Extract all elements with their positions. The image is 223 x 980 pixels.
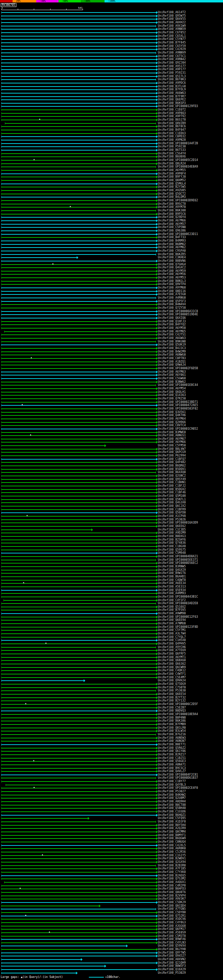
alignment-bar[interactable]: [2, 452, 156, 453]
alignment-row[interactable]: UniRef100_Q5E934: [0, 589, 223, 592]
alignment-row[interactable]: UniRef100_Q5MGL4: [0, 182, 223, 185]
alignment-row[interactable]: UniRef100_B0W5F3: [0, 964, 223, 967]
hit-label[interactable]: UniRef100_B4LDM3: [158, 196, 186, 199]
alignment-row[interactable]: UniRef100_A6YM62: [0, 246, 223, 249]
hit-label[interactable]: UniRef100_Q84V55: [158, 18, 186, 21]
alignment-bar[interactable]: [2, 640, 156, 641]
alignment-row[interactable]: UniRef100_UPI0000123F8D: [0, 625, 223, 628]
alignment-row[interactable]: UniRef100_UPI00005EE371: [0, 558, 223, 562]
alignment-row[interactable]: UniRef100_Q0CMM4: [0, 830, 223, 833]
hit-label[interactable]: UniRef100_B6U0X6: [158, 155, 186, 158]
alignment-bar[interactable]: [2, 106, 156, 107]
alignment-bar[interactable]: [2, 435, 156, 436]
alignment-bar[interactable]: [2, 721, 156, 721]
alignment-row[interactable]: UniRef100_C4YLN3: [0, 941, 223, 944]
hit-label[interactable]: UniRef100_C5M3T8: [158, 935, 186, 938]
alignment-row[interactable]: UniRef100_B4F733: [0, 236, 223, 239]
hit-label[interactable]: UniRef100_Q9VHJ4: [158, 679, 186, 682]
hit-label[interactable]: UniRef100_C7YXK8: [158, 871, 186, 873]
alignment-bar[interactable]: [2, 738, 156, 738]
hit-label[interactable]: UniRef100_B9FYJ0: [158, 175, 186, 178]
hit-label[interactable]: UniRef100_C1BGX8: [158, 545, 186, 548]
alignment-row[interactable]: UniRef100_A9P7V2: [0, 115, 223, 118]
alignment-row[interactable]: UniRef100_B6BM62: [0, 243, 223, 246]
alignment-bar[interactable]: [2, 872, 156, 873]
hit-label[interactable]: UniRef100_Q4PHV5: [158, 643, 186, 645]
alignment-row[interactable]: UniRef100_B2Y5W5: [0, 185, 223, 188]
hit-label[interactable]: UniRef100_B4F047: [158, 129, 186, 131]
alignment-row[interactable]: UniRef100_B7FMB9: [0, 723, 223, 726]
hit-label[interactable]: UniRef100_C1GSD6: [158, 810, 186, 813]
hit-label[interactable]: UniRef100_UPI0000472AE5: [158, 404, 198, 407]
alignment-bar[interactable]: [2, 418, 156, 419]
alignment-bar[interactable]: [2, 29, 156, 30]
alignment-row[interactable]: UniRef100_A9PN28: [0, 138, 223, 142]
alignment-bar[interactable]: [2, 210, 156, 211]
alignment-row[interactable]: UniRef100_A5E313: [0, 585, 223, 588]
alignment-bar[interactable]: [2, 855, 156, 856]
alignment-bar[interactable]: [2, 140, 156, 140]
hit-label[interactable]: UniRef100_A6NWG0: [158, 353, 186, 356]
alignment-row[interactable]: UniRef100_C7YXK8: [0, 870, 223, 873]
alignment-row[interactable]: UniRef100_C1BHN1: [0, 481, 223, 484]
alignment-row[interactable]: UniRef100_Q6CWR9: [0, 666, 223, 669]
alignment-row[interactable]: UniRef100_B8LVW7: [0, 447, 223, 450]
alignment-row[interactable]: UniRef100_C5FM50: [0, 444, 223, 447]
alignment-row[interactable]: ▲UniRef100_Q4PHV5: [0, 642, 223, 645]
alignment-bar[interactable]: [2, 190, 156, 191]
alignment-bar[interactable]: [2, 519, 156, 520]
hit-label[interactable]: UniRef100_UPI000034E8A9: [158, 165, 198, 168]
alignment-bar[interactable]: [2, 677, 156, 678]
alignment-bar[interactable]: [2, 237, 156, 238]
alignment-bar[interactable]: [2, 674, 156, 675]
alignment-bar[interactable]: [2, 479, 156, 480]
alignment-row[interactable]: UniRef100_Q5QCT2: [0, 192, 223, 196]
alignment-bar[interactable]: [2, 355, 156, 355]
alignment-row[interactable]: UniRef100_C5FQ95: [0, 817, 223, 820]
alignment-bar[interactable]: [2, 429, 156, 430]
alignment-bar[interactable]: [2, 284, 156, 285]
hit-label[interactable]: UniRef100_B6T8K3: [158, 78, 186, 81]
alignment-row[interactable]: UniRef100_Q6BX68: [0, 659, 223, 662]
alignment-row[interactable]: UniRef100_C5M3T8: [0, 934, 223, 938]
hit-label[interactable]: UniRef100_Q4GXI9: [158, 569, 186, 571]
alignment-bar[interactable]: [2, 690, 156, 691]
alignment-bar[interactable]: [2, 734, 156, 735]
alignment-row[interactable]: UniRef100_C65XL1: [0, 34, 223, 38]
alignment-bar[interactable]: [2, 52, 156, 53]
alignment-row[interactable]: UniRef100_B0Y5H4: [0, 824, 223, 827]
alignment-row[interactable]: UniRef100_B9W1T6: [0, 571, 223, 575]
alignment-row[interactable]: UniRef100_C4WTF1: [0, 672, 223, 676]
alignment-row[interactable]: UniRef100_A4RNG0: [0, 296, 223, 299]
hit-label[interactable]: UniRef100_B0DVQ3: [158, 710, 186, 712]
alignment-row[interactable]: UniRef100_B9SCT8: [0, 202, 223, 205]
alignment-row[interactable]: UniRef100_P53027: [0, 790, 223, 793]
alignment-row[interactable]: UniRef100_UPI00003AD2E8: [0, 602, 223, 605]
hit-label[interactable]: UniRef100_Q4P4B2: [158, 461, 186, 464]
alignment-row[interactable]: UniRef100_C1BFR9: [0, 508, 223, 511]
hit-label[interactable]: UniRef100_A6YM58: [158, 327, 186, 329]
hit-label[interactable]: UniRef100_C1BFQ7: [158, 458, 186, 461]
hit-label[interactable]: UniRef100_UPI0000519D4E: [158, 313, 198, 316]
hit-label[interactable]: UniRef100_B7FMB9: [158, 723, 186, 726]
hit-label[interactable]: UniRef100_Q59VX4: [158, 945, 186, 947]
alignment-bar[interactable]: [2, 932, 156, 933]
alignment-row[interactable]: UniRef100_C65Y59: [0, 45, 223, 48]
hit-label[interactable]: UniRef100_C5FQ95: [158, 817, 186, 820]
alignment-row[interactable]: UniRef100_B6QR62: [0, 464, 223, 467]
alignment-bar[interactable]: [2, 815, 156, 816]
hit-label[interactable]: UniRef100_B6JYH8: [158, 948, 186, 951]
alignment-row[interactable]: UniRef100_C1BFJ2: [0, 484, 223, 487]
alignment-bar[interactable]: [2, 956, 156, 956]
hit-label[interactable]: UniRef100_A9X1W9: [158, 25, 186, 27]
hit-label[interactable]: UniRef100_A8Q9H4: [158, 800, 186, 803]
hit-label[interactable]: UniRef100_C1BHN1: [158, 481, 186, 484]
hit-label[interactable]: UniRef100_Q16X29: [158, 968, 186, 971]
alignment-row[interactable]: UniRef100_Q8LR24: [0, 162, 223, 165]
hit-label[interactable]: UniRef100_B2RZ17: [158, 753, 186, 756]
alignment-bar[interactable]: [2, 197, 156, 197]
hit-label[interactable]: UniRef100_UPI00006A31C8: [158, 310, 198, 313]
alignment-row[interactable]: UniRef100_B7P3V5: [0, 608, 223, 611]
hit-label[interactable]: UniRef100_C6T052: [158, 31, 186, 34]
hit-label[interactable]: UniRef100_B0ET71: [158, 743, 186, 746]
